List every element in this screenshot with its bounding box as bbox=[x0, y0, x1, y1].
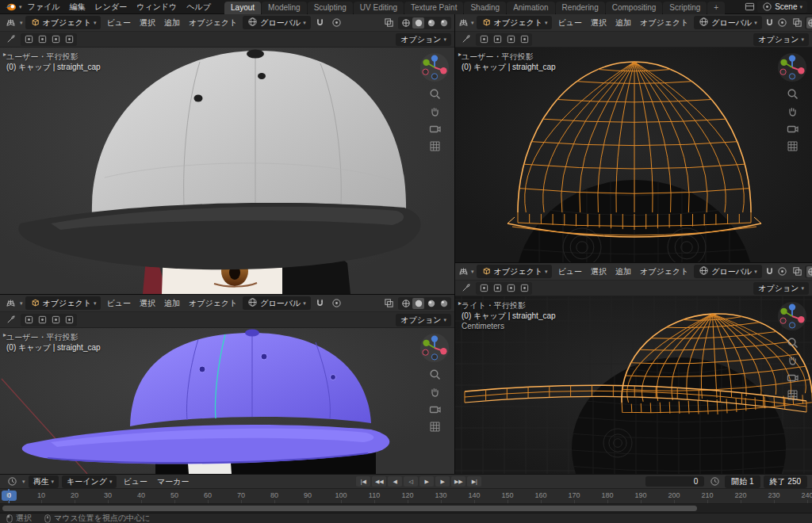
timeline-scrollbar-handle[interactable] bbox=[2, 506, 697, 511]
play-reverse-button[interactable]: ◁ bbox=[404, 476, 418, 487]
viewport-menu-1[interactable]: 選択 bbox=[136, 298, 159, 309]
blender-logo[interactable] bbox=[5, 2, 17, 12]
viewport-menu-3[interactable]: オブジェクト bbox=[637, 17, 691, 29]
snap-magnet-icon[interactable] bbox=[313, 17, 327, 29]
pan-hand-icon[interactable] bbox=[429, 386, 441, 398]
frame-end-field[interactable]: 終了 250 bbox=[764, 475, 807, 488]
proportional-edit-icon[interactable] bbox=[330, 17, 344, 29]
zoom-icon[interactable] bbox=[787, 337, 799, 349]
camera-view-icon[interactable] bbox=[429, 403, 441, 415]
proportional-edit-icon[interactable] bbox=[777, 17, 787, 29]
playback-popover[interactable]: 再生▾ bbox=[29, 475, 59, 488]
viewport-toggle-icon[interactable] bbox=[504, 283, 517, 294]
jump-to-next-keyframe-button[interactable]: ▶▶ bbox=[451, 476, 465, 487]
toolbar-expand-icon[interactable]: ▸ bbox=[458, 300, 462, 307]
viewport-toggle-icon[interactable] bbox=[22, 315, 35, 326]
pan-hand-icon[interactable] bbox=[429, 105, 441, 117]
viewport-menu-0[interactable]: ビュー bbox=[103, 298, 133, 309]
mode-dropdown[interactable]: オブジェクト▾ bbox=[25, 296, 102, 310]
viewport-toggle-icon[interactable] bbox=[518, 34, 530, 45]
viewport-menu-3[interactable]: オブジェクト bbox=[637, 266, 691, 277]
viewport-menu-3[interactable]: オブジェクト bbox=[186, 17, 240, 29]
options-dropdown[interactable]: オプション▾ bbox=[396, 33, 451, 46]
viewport-toggle-icon[interactable] bbox=[63, 315, 75, 326]
shading-rendered-icon[interactable] bbox=[438, 17, 450, 29]
snap-magnet-icon[interactable] bbox=[764, 265, 775, 278]
active-tool-icon[interactable] bbox=[458, 282, 473, 295]
grid-toggle-icon[interactable] bbox=[787, 140, 799, 152]
camera-view-icon[interactable] bbox=[787, 123, 799, 135]
screen-layout-icon[interactable] bbox=[742, 1, 756, 13]
viewport-toggle-icon[interactable] bbox=[477, 283, 490, 294]
viewport-toggle-icon[interactable] bbox=[36, 315, 48, 326]
next-frame-button[interactable]: ▶ bbox=[435, 476, 450, 487]
camera-view-icon[interactable] bbox=[787, 372, 799, 384]
camera-view-icon[interactable] bbox=[429, 123, 441, 135]
editor-type-button[interactable] bbox=[458, 17, 469, 29]
workspace-tab-3[interactable]: UV Editing bbox=[354, 2, 404, 14]
timeline-menu-marker[interactable]: マーカー bbox=[154, 476, 192, 487]
snap-magnet-icon[interactable] bbox=[764, 17, 775, 29]
options-dropdown[interactable]: オプション▾ bbox=[396, 314, 451, 326]
workspace-tab-2[interactable]: Sculpting bbox=[308, 2, 353, 14]
editor-type-button[interactable] bbox=[458, 265, 469, 278]
shading-material-icon[interactable] bbox=[425, 17, 437, 29]
mode-dropdown[interactable]: オブジェクト▾ bbox=[25, 16, 102, 29]
xray-toggle-icon[interactable] bbox=[792, 17, 802, 29]
jump-to-end-button[interactable]: ▶| bbox=[467, 476, 481, 487]
grid-toggle-icon[interactable] bbox=[429, 140, 441, 152]
viewport-menu-2[interactable]: 追加 bbox=[161, 17, 183, 29]
workspace-tab-8[interactable]: Compositing bbox=[606, 2, 663, 14]
pan-hand-icon[interactable] bbox=[787, 105, 799, 117]
viewport-canvas[interactable]: ▸ ユーザー・平行投影 (0) キャップ | straight_cap bbox=[0, 48, 454, 294]
auto-keying-clock-icon[interactable] bbox=[707, 475, 722, 488]
orientation-dropdown[interactable]: グローバル▾ bbox=[243, 296, 310, 310]
viewport-menu-1[interactable]: 選択 bbox=[588, 17, 610, 29]
viewport-menu-0[interactable]: ビュー bbox=[554, 17, 584, 29]
keying-popover[interactable]: キーイング▾ bbox=[62, 475, 117, 488]
viewport-menu-3[interactable]: オブジェクト bbox=[186, 298, 240, 309]
jump-to-prev-keyframe-button[interactable]: ◀◀ bbox=[372, 476, 386, 487]
orientation-gizmo[interactable] bbox=[777, 52, 807, 82]
viewport-toggle-icon[interactable] bbox=[477, 34, 490, 45]
chevron-down-icon[interactable]: ▾ bbox=[22, 479, 25, 485]
shading-rendered-icon[interactable] bbox=[438, 298, 450, 309]
menubar-item-4[interactable]: ヘルプ bbox=[182, 2, 216, 13]
timeline-menu-view[interactable]: ビュー bbox=[120, 476, 150, 487]
active-tool-icon[interactable] bbox=[3, 33, 17, 46]
active-tool-icon[interactable] bbox=[3, 314, 17, 326]
shading-wireframe-icon[interactable] bbox=[806, 17, 812, 29]
zoom-icon[interactable] bbox=[429, 88, 441, 100]
workspace-tab-9[interactable]: Scripting bbox=[663, 2, 707, 14]
options-dropdown[interactable]: オプション▾ bbox=[753, 33, 809, 46]
shading-wireframe-icon[interactable] bbox=[400, 298, 412, 309]
menubar-item-2[interactable]: レンダー bbox=[90, 2, 132, 13]
xray-toggle-icon[interactable] bbox=[792, 265, 802, 278]
workspace-tab-0[interactable]: Layout bbox=[224, 2, 261, 14]
workspace-tab-10[interactable]: + bbox=[707, 2, 725, 14]
mode-dropdown[interactable]: オブジェクト▾ bbox=[477, 265, 553, 278]
editor-type-button[interactable] bbox=[3, 297, 17, 310]
viewport-menu-1[interactable]: 選択 bbox=[588, 266, 610, 277]
viewport-canvas[interactable]: ▸ ライト・平行投影 (0) キャップ | straight_cap Centi… bbox=[455, 296, 812, 474]
shading-material-icon[interactable] bbox=[425, 298, 437, 309]
viewport-toggle-icon[interactable] bbox=[504, 34, 517, 45]
editor-type-button[interactable] bbox=[3, 17, 17, 29]
xray-toggle-icon[interactable] bbox=[381, 17, 396, 29]
viewport-toggle-icon[interactable] bbox=[491, 34, 504, 45]
workspace-tab-5[interactable]: Shading bbox=[464, 2, 506, 14]
jump-to-start-button[interactable]: |◀ bbox=[356, 476, 370, 487]
menubar-item-0[interactable]: ファイル bbox=[23, 2, 65, 13]
timeline-ruler[interactable]: 0 01020304050607080901001101201301401501… bbox=[0, 489, 812, 504]
workspace-tab-1[interactable]: Modeling bbox=[262, 2, 307, 14]
proportional-edit-icon[interactable] bbox=[330, 297, 344, 310]
orientation-gizmo[interactable] bbox=[419, 333, 450, 363]
viewport-menu-1[interactable]: 選択 bbox=[136, 17, 159, 29]
viewport-toggle-icon[interactable] bbox=[49, 34, 62, 45]
frame-start-field[interactable]: 開始 1 bbox=[725, 475, 760, 488]
orientation-dropdown[interactable]: グローバル▾ bbox=[243, 16, 310, 29]
viewport-toggle-icon[interactable] bbox=[63, 34, 75, 45]
pan-hand-icon[interactable] bbox=[787, 354, 799, 366]
timeline-scrollbar-track[interactable] bbox=[0, 504, 812, 513]
shading-solid-icon[interactable] bbox=[412, 17, 424, 29]
